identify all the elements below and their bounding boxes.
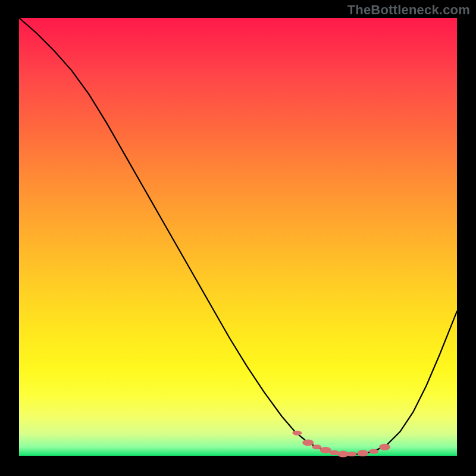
marker-dot: [292, 431, 302, 436]
chart-container: TheBottleneck.com: [0, 0, 476, 476]
marker-dot: [320, 447, 331, 453]
main-curve: [19, 18, 457, 455]
plot-area: [19, 18, 457, 456]
marker-dot: [347, 452, 356, 456]
marker-dot: [312, 444, 321, 449]
curve-layer: [19, 18, 457, 456]
marker-dot: [379, 444, 390, 450]
marker-dot: [357, 450, 368, 456]
marker-dot: [337, 451, 349, 458]
marker-dot: [369, 449, 378, 454]
watermark-text: TheBottleneck.com: [347, 2, 470, 18]
marker-dot: [302, 439, 314, 446]
marker-group: [292, 431, 390, 458]
